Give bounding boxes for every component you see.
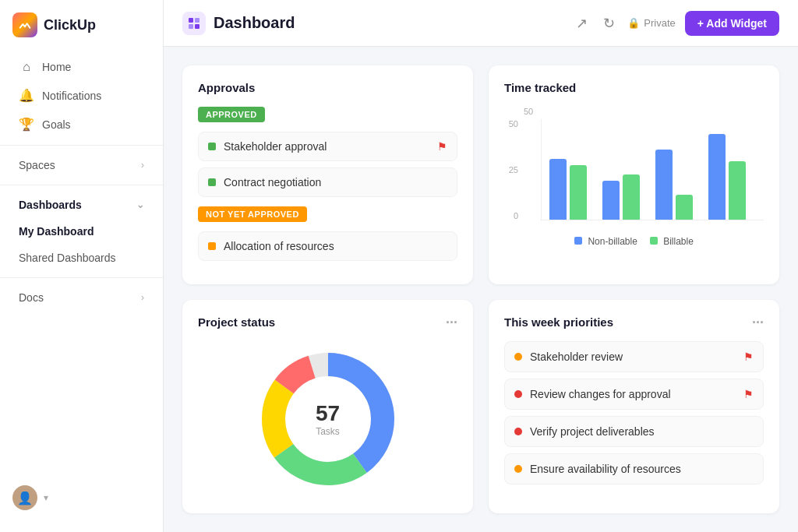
chevron-right-docs-icon: ›: [141, 292, 144, 303]
donut-number: 57: [316, 401, 340, 426]
bar-nb-2: [655, 150, 673, 220]
priorities-menu[interactable]: ···: [752, 315, 764, 329]
approval-item-0: Stakeholder approval ⚑: [198, 132, 457, 161]
svg-rect-0: [189, 18, 193, 23]
sidebar-logo: ClickUp: [0, 12, 163, 53]
sidebar-nav: ⌂ Home 🔔 Notifications 🏆 Goals Spaces › …: [0, 53, 163, 476]
svg-rect-3: [195, 24, 200, 29]
priorities-widget: This week priorities ··· Stakeholder rev…: [489, 300, 779, 514]
sidebar-item-shared-dashboards[interactable]: Shared Dashboards: [6, 245, 157, 271]
badge-not-approved: NOT YET APPROVED: [198, 206, 307, 222]
donut-tasks-label: Tasks: [316, 426, 340, 437]
bar-b-3: [729, 161, 746, 220]
bar-group-2: [655, 150, 693, 220]
home-icon: ⌂: [19, 60, 34, 74]
bar-b-0: [570, 165, 587, 220]
sidebar-item-my-dashboard[interactable]: My Dashboard: [6, 218, 157, 245]
y-label-0: 0: [504, 211, 518, 220]
page-title: Dashboard: [214, 14, 295, 32]
approvals-widget: Approvals APPROVED Stakeholder approval …: [182, 65, 473, 284]
priority-text-0: Stakeholder review: [530, 351, 736, 363]
legend-billable: Billable: [650, 236, 694, 247]
donut-center: 57 Tasks: [316, 401, 340, 437]
sidebar-divider-1: [0, 145, 163, 146]
bar-nb-3: [708, 134, 726, 220]
svg-rect-2: [189, 24, 193, 29]
priority-item-0: Stakeholder review ⚑: [504, 341, 764, 372]
bar-b-2: [676, 195, 693, 220]
priority-text-2: Verify project deliverables: [530, 425, 754, 438]
approval-item-2: Allocation of resources: [198, 231, 457, 261]
goals-icon: 🏆: [19, 117, 34, 132]
sidebar-spaces-label: Spaces: [19, 159, 55, 171]
priority-flag-0: ⚑: [743, 351, 754, 363]
chevron-down-icon: ⌄: [136, 199, 144, 210]
approval-item-1: Contract negotiation: [198, 167, 457, 197]
chevron-right-icon: ›: [141, 160, 144, 171]
legend-dot-blue: [574, 237, 582, 245]
expand-button[interactable]: ↗: [573, 12, 591, 35]
sidebar-item-goals-label: Goals: [42, 118, 71, 131]
project-status-menu[interactable]: ···: [446, 315, 457, 329]
sidebar-shared-dashboards-label: Shared Dashboards: [19, 252, 116, 264]
svg-rect-1: [195, 18, 200, 23]
main: Dashboard ↗ ↻ 🔒 Private + Add Widget App…: [164, 0, 798, 532]
logo-icon: [12, 12, 37, 37]
sidebar-my-dashboard-label: My Dashboard: [19, 225, 94, 238]
sidebar-item-goals[interactable]: 🏆 Goals: [6, 110, 157, 139]
project-status-title: Project status ···: [198, 315, 457, 329]
y-label-25: 25: [504, 165, 518, 174]
priority-dot-2: [514, 428, 522, 435]
bar-nb-0: [549, 159, 567, 220]
approval-dot-green-1: [208, 178, 216, 186]
bar-group-1: [602, 174, 640, 220]
topbar-title: Dashboard: [182, 12, 295, 35]
chart-container: 50 0 25 50: [504, 107, 764, 247]
legend-non-billable: Non-billable: [574, 236, 637, 247]
project-status-widget: Project status ···: [182, 300, 473, 514]
chart-bars: [541, 119, 764, 220]
logo-text: ClickUp: [44, 17, 96, 33]
sidebar-item-spaces[interactable]: Spaces ›: [6, 152, 157, 178]
y-label-50: 50: [524, 107, 533, 116]
bar-b-1: [623, 174, 640, 220]
sidebar-item-home-label: Home: [42, 61, 71, 73]
approval-text-2: Allocation of resources: [224, 240, 447, 252]
priority-text-1: Review changes for approval: [530, 388, 736, 400]
priority-dot-0: [514, 353, 522, 361]
approval-dot-green-0: [208, 143, 216, 150]
approvals-title: Approvals: [198, 81, 457, 94]
private-label: Private: [644, 17, 675, 29]
approval-dot-orange-2: [208, 242, 216, 250]
priority-item-3: Ensure availability of resources: [504, 453, 764, 484]
flag-icon-0: ⚑: [437, 140, 447, 153]
priority-text-3: Ensure availability of resources: [530, 463, 754, 475]
sidebar-item-home[interactable]: ⌂ Home: [6, 53, 157, 81]
donut-chart: 57 Tasks: [198, 341, 457, 497]
topbar-actions: ↗ ↻ 🔒 Private + Add Widget: [573, 11, 779, 36]
sidebar-item-notifications[interactable]: 🔔 Notifications: [6, 81, 157, 110]
sidebar-item-dashboards[interactable]: Dashboards ⌄: [6, 192, 157, 218]
chart-legend: Non-billable Billable: [504, 236, 764, 247]
priority-item-2: Verify project deliverables: [504, 416, 764, 447]
time-tracked-title: Time tracked: [504, 81, 764, 94]
refresh-button[interactable]: ↻: [600, 12, 618, 35]
avatar[interactable]: 👤: [12, 485, 37, 510]
priority-item-1: Review changes for approval ⚑: [504, 379, 764, 410]
legend-dot-green: [650, 237, 658, 245]
sidebar: ClickUp ⌂ Home 🔔 Notifications 🏆 Goals S…: [0, 0, 164, 532]
priority-dot-1: [514, 390, 522, 398]
add-widget-button[interactable]: + Add Widget: [685, 11, 779, 36]
sidebar-item-notifications-label: Notifications: [42, 90, 101, 102]
private-indicator: 🔒 Private: [627, 17, 675, 29]
lock-icon: 🔒: [627, 17, 640, 29]
topbar: Dashboard ↗ ↻ 🔒 Private + Add Widget: [164, 0, 798, 47]
bell-icon: 🔔: [19, 88, 34, 103]
approval-text-0: Stakeholder approval: [224, 140, 429, 153]
priority-flag-1: ⚑: [743, 388, 754, 400]
dashboard-content: Approvals APPROVED Stakeholder approval …: [164, 47, 798, 532]
sidebar-item-docs[interactable]: Docs ›: [6, 284, 157, 311]
priorities-title: This week priorities ···: [504, 315, 764, 329]
y-label-50-2: 50: [504, 119, 518, 129]
avatar-dropdown-icon[interactable]: ▾: [44, 492, 48, 503]
